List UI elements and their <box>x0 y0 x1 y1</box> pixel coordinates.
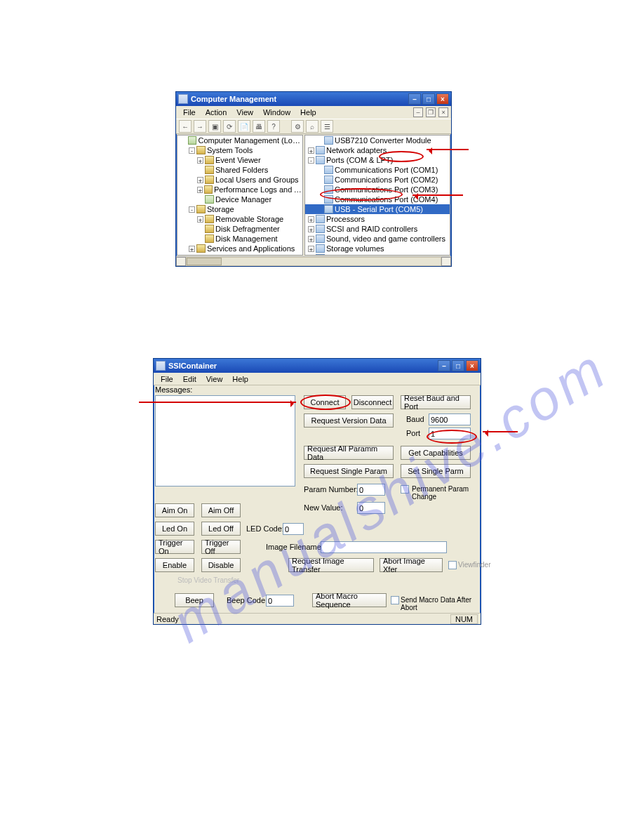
tree-node[interactable]: Disk Management <box>177 234 302 244</box>
image-filename-input[interactable] <box>321 541 447 553</box>
new-value-input[interactable]: 0 <box>357 502 385 514</box>
port-input[interactable]: 1 <box>429 428 471 439</box>
request-image-button[interactable]: Request Image Transfer <box>288 558 374 572</box>
aim-on-button[interactable]: Aim On <box>155 503 194 517</box>
maximize-button[interactable]: □ <box>452 360 464 371</box>
tree-node[interactable]: -Ports (COM & LPT) <box>305 155 450 165</box>
minimize-button[interactable]: – <box>408 93 421 105</box>
properties-icon[interactable]: 📄 <box>238 120 250 133</box>
menu-view[interactable]: View <box>202 374 227 384</box>
tree-node[interactable]: Shared Folders <box>177 165 302 175</box>
aim-off-button[interactable]: Aim Off <box>201 503 241 517</box>
close-button[interactable]: × <box>466 360 478 371</box>
expand-icon[interactable]: + <box>189 246 195 252</box>
right-tree[interactable]: USB7210 Converter Module+Network adapter… <box>304 135 450 256</box>
led-code-input[interactable]: 0 <box>283 523 304 535</box>
enable-button[interactable]: Enable <box>155 558 194 572</box>
trigger-off-button[interactable]: Trigger Off <box>201 540 241 554</box>
close-button[interactable]: × <box>436 93 449 105</box>
menu-file[interactable]: File <box>179 107 200 117</box>
tree-node[interactable]: Communications Port (COM4) <box>305 194 450 204</box>
scroll-left-icon[interactable] <box>176 257 186 266</box>
messages-textarea[interactable] <box>155 395 295 486</box>
expand-icon[interactable]: + <box>197 187 203 193</box>
menu-help[interactable]: Help <box>296 107 321 117</box>
expand-icon[interactable]: - <box>308 157 314 164</box>
tree-node[interactable]: +Network adapters <box>305 145 450 155</box>
left-tree[interactable]: Computer Management (Local)-System Tools… <box>177 135 303 256</box>
expand-icon[interactable]: + <box>308 256 314 256</box>
print-icon[interactable]: 🖶 <box>253 120 265 133</box>
menu-help[interactable]: Help <box>228 374 253 384</box>
tree-node[interactable]: +Sound, video and game controllers <box>305 234 450 244</box>
tree-node[interactable]: USB7210 Converter Module <box>305 135 450 145</box>
expand-icon[interactable]: + <box>197 157 203 164</box>
maximize-button[interactable]: □ <box>422 93 435 105</box>
tree-node[interactable]: Disk Defragmenter <box>177 224 302 234</box>
set-single-button[interactable]: Set Single Parm <box>401 464 471 478</box>
tree-node[interactable]: Communications Port (COM1) <box>305 165 450 175</box>
mdi-minimize-icon[interactable]: – <box>413 107 423 117</box>
expand-icon[interactable]: + <box>197 177 203 183</box>
tree-node[interactable]: Communications Port (COM3) <box>305 185 450 194</box>
tree-node[interactable]: Device Manager <box>177 194 302 204</box>
viewfinder-checkbox[interactable] <box>448 561 457 569</box>
scroll-right-icon[interactable] <box>441 257 451 266</box>
tree-node[interactable]: +Processors <box>305 214 450 224</box>
param-number-input[interactable]: 0 <box>357 484 385 496</box>
menu-file[interactable]: File <box>156 374 177 384</box>
up-icon[interactable]: ▣ <box>208 120 221 133</box>
help-icon[interactable]: ? <box>267 120 280 133</box>
back-icon[interactable]: ← <box>179 120 192 133</box>
permanent-checkbox[interactable] <box>401 485 409 494</box>
disable-button[interactable]: Disable <box>201 558 241 572</box>
forward-icon[interactable]: → <box>194 120 206 133</box>
request-version-button[interactable]: Request Version Data <box>304 413 394 428</box>
tree-node[interactable]: Computer Management (Local) <box>177 135 302 145</box>
connect-button[interactable]: Connect <box>304 395 346 409</box>
scrollbar[interactable] <box>176 256 451 266</box>
abort-image-button[interactable]: Abort Image Xfer <box>380 558 443 572</box>
menu-view[interactable]: View <box>232 107 257 117</box>
tree-node[interactable]: +SCSI and RAID controllers <box>305 224 450 234</box>
menu-edit[interactable]: Edit <box>179 374 201 384</box>
tree-node[interactable]: -System Tools <box>177 145 302 155</box>
expand-icon[interactable]: + <box>308 236 314 242</box>
request-single-button[interactable]: Request Single Param <box>304 464 394 478</box>
send-macro-checkbox[interactable] <box>391 596 399 604</box>
tree-node[interactable]: +Services and Applications <box>177 244 302 253</box>
expand-icon[interactable]: + <box>308 216 314 223</box>
menu-window[interactable]: Window <box>259 107 295 117</box>
tree-node[interactable]: +Storage volumes <box>305 244 450 253</box>
tree-node[interactable]: +Event Viewer <box>177 155 302 165</box>
beep-button[interactable]: Beep <box>175 593 214 607</box>
expand-icon[interactable]: + <box>308 147 314 154</box>
expand-icon[interactable]: - <box>189 147 195 154</box>
trigger-on-button[interactable]: Trigger On <box>155 540 194 554</box>
mdi-close-icon[interactable]: × <box>438 107 448 117</box>
reset-button[interactable]: Reset Baud and Port <box>401 395 471 409</box>
scan-icon[interactable]: ⌕ <box>306 120 318 133</box>
show-hidden-icon[interactable]: ☰ <box>321 120 333 133</box>
tree-node[interactable]: +Performance Logs and Alerts <box>177 185 302 194</box>
refresh-icon[interactable]: ⟳ <box>223 120 236 133</box>
led-off-button[interactable]: Led Off <box>201 522 241 536</box>
expand-icon[interactable]: - <box>189 206 195 213</box>
get-caps-button[interactable]: Get Capabilities <box>401 446 471 460</box>
device-icon[interactable]: ⚙ <box>291 120 304 133</box>
menu-action[interactable]: Action <box>201 107 232 117</box>
tree-node[interactable]: +System devices <box>305 253 450 256</box>
mdi-restore-icon[interactable]: ❐ <box>426 107 436 117</box>
abort-macro-button[interactable]: Abort Macro Sequence <box>312 593 387 607</box>
expand-icon[interactable]: + <box>308 246 314 252</box>
tree-node[interactable]: USB - Serial Port (COM5) <box>305 204 450 214</box>
baud-input[interactable]: 9600 <box>429 413 471 425</box>
expand-icon[interactable]: + <box>197 216 203 223</box>
minimize-button[interactable]: – <box>438 360 450 371</box>
request-all-button[interactable]: Request All Paramm Data <box>304 446 394 460</box>
tree-node[interactable]: +Local Users and Groups <box>177 175 302 185</box>
tree-node[interactable]: +Removable Storage <box>177 214 302 224</box>
expand-icon[interactable]: + <box>308 226 314 232</box>
tree-node[interactable]: -Storage <box>177 204 302 214</box>
beep-code-input[interactable]: 0 <box>266 595 294 607</box>
